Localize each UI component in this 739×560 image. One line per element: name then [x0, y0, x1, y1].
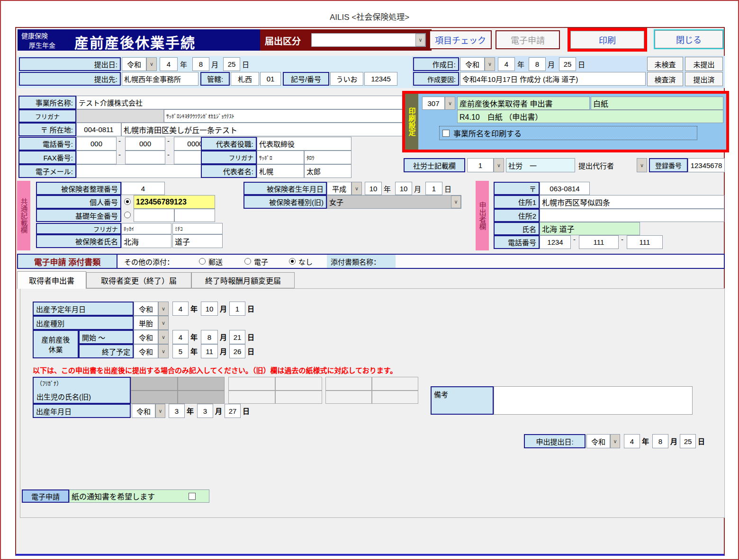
leave-start-month-field[interactable]: 8: [201, 330, 218, 344]
child-grid-cell[interactable]: [325, 377, 372, 391]
create-month-field[interactable]: 8: [529, 57, 546, 71]
office-tel1-field[interactable]: 000: [76, 137, 117, 151]
chevron-down-icon[interactable]: ∨: [610, 434, 620, 448]
chevron-down-icon[interactable]: ∨: [158, 344, 169, 358]
app-submit-day-field[interactable]: 25: [680, 434, 696, 448]
applicant-zip-field[interactable]: 063-0814: [540, 182, 590, 195]
submit-year-field[interactable]: 4: [160, 57, 178, 71]
child-grid-cell[interactable]: [372, 391, 418, 404]
applicant-tel2-field[interactable]: 111: [579, 235, 619, 249]
tab-shuryoji-hoshu-henko[interactable]: 終了時報酬月額変更届: [191, 272, 295, 288]
submit-era-select[interactable]: 令和: [122, 57, 146, 71]
child-grid-cell[interactable]: [228, 377, 275, 391]
applicant-addr1-field[interactable]: 札幌市西区琴似四条: [540, 195, 724, 209]
chevron-down-icon[interactable]: ∨: [494, 158, 504, 172]
birth-era-select[interactable]: 令和: [132, 404, 155, 418]
sharoshi-role-select[interactable]: 提出代行者: [576, 158, 637, 172]
office-addr-field[interactable]: 札幌市清田区美しが丘一条テスト: [121, 123, 403, 136]
office-fax2-field[interactable]: [125, 151, 165, 164]
radio-none-selected-icon[interactable]: [289, 258, 296, 265]
chevron-down-icon[interactable]: ∨: [158, 316, 169, 330]
radio-kiso-icon[interactable]: [124, 212, 131, 218]
chevron-down-icon[interactable]: ∨: [351, 182, 362, 195]
attach-option-none[interactable]: なし: [289, 255, 313, 268]
insured-name2-field[interactable]: 道子: [172, 234, 223, 248]
insured-birth-era-select[interactable]: 平成: [327, 182, 351, 195]
create-era-select[interactable]: 令和: [460, 57, 485, 71]
chevron-down-icon[interactable]: ∨: [155, 404, 165, 418]
radio-electronic-icon[interactable]: [244, 258, 251, 265]
kigo-field-2[interactable]: 12345: [364, 72, 397, 86]
applicant-addr2-field[interactable]: [540, 209, 724, 222]
rep-name1-field[interactable]: 札幌: [257, 164, 304, 178]
kankatsu-field-1[interactable]: 札西: [231, 72, 259, 86]
status-checked-button[interactable]: 検査済: [647, 72, 683, 86]
rep-name2-field[interactable]: 太郎: [304, 164, 351, 178]
chevron-down-icon[interactable]: ∨: [146, 57, 157, 71]
create-year-field[interactable]: 4: [498, 57, 515, 71]
item-check-button[interactable]: 項目チェック: [429, 30, 492, 49]
submit-month-field[interactable]: 8: [192, 57, 209, 71]
print-button[interactable]: 印刷: [570, 31, 644, 49]
kigo-field-1[interactable]: ういお: [330, 72, 363, 86]
insured-kana1-field[interactable]: ﾎｯｶｲ: [121, 223, 171, 234]
leave-end-month-field[interactable]: 11: [201, 344, 218, 358]
insured-kana2-field[interactable]: ﾐﾁｺ: [172, 223, 223, 234]
due-era-select[interactable]: 令和: [134, 302, 158, 316]
rep-kana2-field[interactable]: ﾀﾛｳ: [304, 151, 351, 164]
rep-kana1-field[interactable]: ｻｯﾎﾟﾛ: [257, 151, 304, 164]
kankatsu-field-2[interactable]: 01: [260, 72, 281, 86]
leave-start-year-field[interactable]: 4: [172, 330, 189, 344]
rep-title-field[interactable]: 代表取締役: [257, 137, 351, 151]
child-grid-cell[interactable]: [325, 391, 372, 404]
sharoshi-name-field[interactable]: 社労 一: [506, 158, 575, 172]
birth-day-field[interactable]: 27: [225, 404, 241, 418]
close-button[interactable]: 閉じる: [654, 29, 724, 49]
applicant-tel1-field[interactable]: 1234: [540, 235, 571, 249]
insured-kiso2-field[interactable]: [174, 209, 215, 222]
checkbox-icon[interactable]: [442, 130, 450, 137]
office-fax1-field[interactable]: [76, 151, 117, 164]
sharoshi-no-select[interactable]: 1: [467, 158, 494, 172]
radio-mail-icon[interactable]: [199, 258, 206, 265]
office-tel2-field[interactable]: 000: [125, 137, 165, 151]
due-day-field[interactable]: 1: [229, 302, 245, 316]
app-submit-year-field[interactable]: 4: [624, 434, 640, 448]
leave-end-year-field[interactable]: 5: [172, 344, 189, 358]
radio-kojin-selected-icon[interactable]: [124, 198, 131, 205]
due-year-field[interactable]: 4: [172, 302, 189, 316]
child-grid-cell[interactable]: [372, 377, 418, 391]
app-submit-month-field[interactable]: 8: [652, 434, 668, 448]
e-apply-button[interactable]: 電子申請: [496, 30, 560, 49]
insured-birth-year-field[interactable]: 10: [365, 182, 382, 195]
chevron-down-icon[interactable]: ∨: [485, 57, 495, 71]
submit-day-field[interactable]: 25: [223, 57, 240, 71]
office-name-field[interactable]: テスト介護株式会社: [76, 96, 403, 109]
chevron-down-icon[interactable]: ∨: [158, 330, 169, 344]
status-unchecked-button[interactable]: 未検査: [647, 57, 683, 71]
due-month-field[interactable]: 10: [201, 302, 218, 316]
applicant-tel3-field[interactable]: 111: [627, 235, 663, 249]
tab-shutokusha-moushidesho[interactable]: 取得者申出書: [17, 271, 86, 289]
insured-birth-month-field[interactable]: 10: [395, 182, 412, 195]
chevron-down-icon[interactable]: ∨: [158, 302, 169, 316]
chevron-down-icon[interactable]: ∨: [451, 196, 461, 208]
insured-name1-field[interactable]: 北海: [121, 234, 171, 248]
applicant-name-field[interactable]: 北海 道子: [540, 222, 640, 235]
status-unsubmitted-button[interactable]: 未提出: [685, 57, 723, 71]
insured-kojin-field[interactable]: 123456789123: [134, 195, 215, 209]
child-grid-cell[interactable]: [275, 391, 322, 404]
office-kana-field[interactable]: ｻｯﾎﾟﾛｼｷﾖﾀｸｳﾂｸｼｶﾞｵｶ1ｼﾞｮｳﾃｽﾄ: [164, 109, 403, 123]
kubun-select[interactable]: 申出書: [311, 33, 426, 47]
attach-option-electronic[interactable]: 電子: [244, 255, 268, 268]
birth-month-field[interactable]: 3: [197, 404, 213, 418]
insured-seiri-field[interactable]: 4: [121, 182, 165, 195]
chevron-down-icon[interactable]: ∨: [415, 34, 425, 46]
paper-notice-option[interactable]: 紙の通知書を希望します: [69, 489, 209, 503]
app-submit-era-select[interactable]: 令和: [586, 434, 610, 448]
chevron-down-icon[interactable]: ∨: [445, 97, 455, 110]
leave-end-era-select[interactable]: 令和: [134, 344, 158, 358]
status-submitted-button[interactable]: 提出済: [685, 72, 723, 86]
chevron-down-icon[interactable]: ∨: [637, 158, 647, 172]
insured-birth-day-field[interactable]: 1: [425, 182, 442, 195]
